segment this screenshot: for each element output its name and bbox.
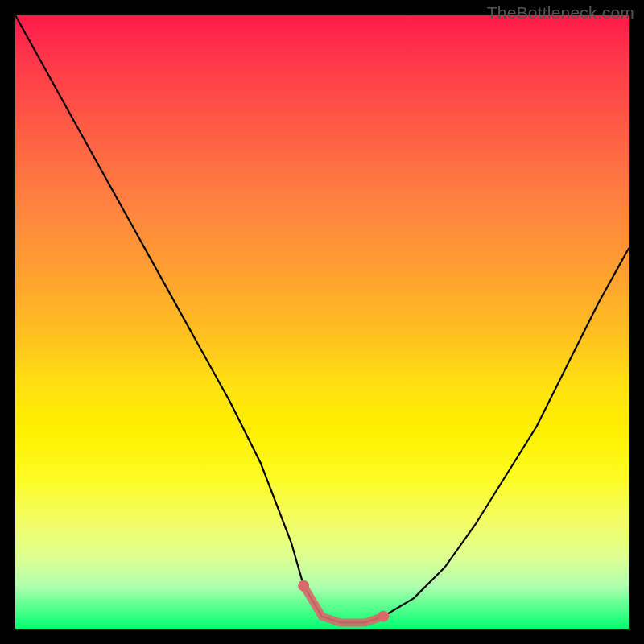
chart-plot-area	[15, 15, 629, 629]
watermark-text: TheBottleneck.com	[487, 3, 634, 23]
bottleneck-curve	[15, 15, 629, 622]
optimal-zone-marker	[303, 586, 383, 623]
chart-curve-svg	[15, 15, 629, 629]
optimal-zone-endpoint	[298, 580, 309, 592]
optimal-zone-endpoint	[378, 611, 389, 622]
